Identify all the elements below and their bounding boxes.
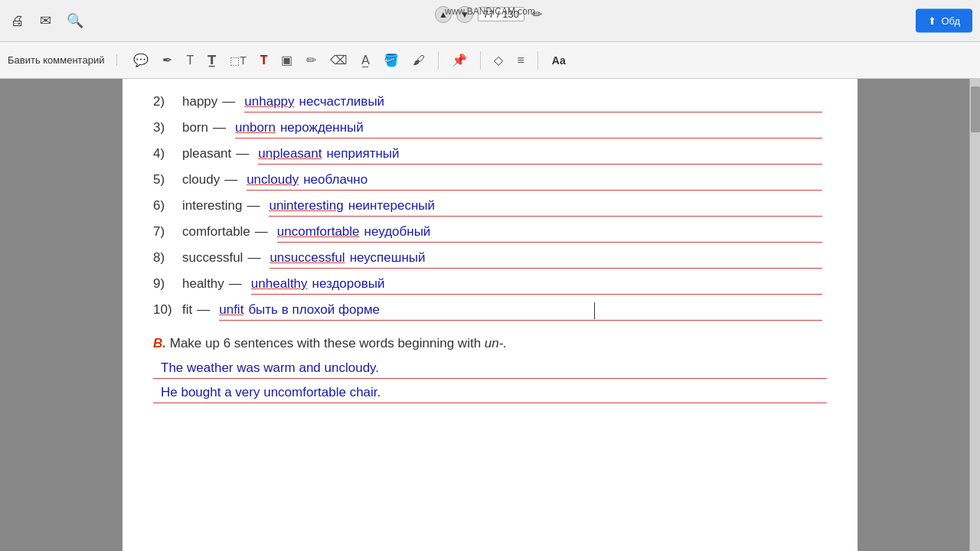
- word-english: cloudy: [182, 172, 220, 187]
- speech-bubble-icon[interactable]: 💬: [129, 50, 152, 70]
- toolbar-separator-3: [537, 51, 538, 70]
- answer-russian: несчастливый: [299, 94, 385, 109]
- answer-text: unsuccessful: [270, 250, 345, 266]
- word-english: interesting: [182, 198, 242, 214]
- top-toolbar: 🖨 ✉ 🔍 www.BANDICAM.com ▲ ▼ 77 / 130 ✏ ⬆ …: [0, 0, 980, 42]
- word-english: born: [182, 120, 208, 135]
- list-item: 5) cloudy — uncloudy необлачно: [153, 172, 827, 191]
- text-icon[interactable]: T: [182, 51, 198, 70]
- paint-icon[interactable]: 🖌: [409, 51, 429, 70]
- answer-area[interactable]: unfit быть в плохой форме: [219, 302, 822, 321]
- dash: —: [255, 224, 268, 240]
- list-item: 7) comfortable — uncomfortable неудобный: [153, 224, 827, 243]
- dash: —: [197, 302, 210, 318]
- list-item: 9) healthy — unhealthy нездоровый: [153, 276, 827, 295]
- answer-text: uncloudy: [247, 172, 299, 187]
- scrollbar-thumb[interactable]: [971, 86, 980, 132]
- bandicam-watermark: www.BANDICAM.com: [445, 6, 535, 17]
- answer-text: unhappy: [244, 94, 294, 109]
- answer-text: uncomfortable: [277, 224, 360, 240]
- dash: —: [213, 120, 226, 135]
- pin-icon[interactable]: 📌: [448, 50, 471, 70]
- item-number: 10): [153, 302, 182, 318]
- sentence-line-1: The weather was warm and uncloudy.: [153, 360, 827, 379]
- answer-russian: нерожденный: [280, 120, 364, 135]
- section-b-text: Make up 6 sentences with these words beg…: [170, 336, 481, 350]
- answer-russian: быть в плохой форме: [248, 302, 380, 318]
- toolbar-separator: [438, 51, 439, 70]
- toolbar-separator-2: [480, 51, 481, 70]
- answer-russian: неудобный: [364, 224, 431, 240]
- item-number: 4): [153, 146, 182, 161]
- answer-area: unborn нерожденный: [235, 120, 822, 139]
- lines-icon[interactable]: ≡: [513, 51, 528, 70]
- item-number: 6): [153, 198, 182, 214]
- mail-icon[interactable]: ✉: [37, 9, 54, 32]
- word-english: happy: [182, 94, 217, 109]
- section-b-instruction: B. Make up 6 sentences with these words …: [153, 336, 827, 351]
- answer-russian: необлачно: [303, 172, 368, 187]
- pencil-icon[interactable]: ✏: [302, 50, 320, 70]
- word-english: comfortable: [182, 224, 250, 240]
- word-english: fit: [182, 302, 192, 318]
- right-gutter: [858, 79, 980, 551]
- top-bar-right: ⬆ Обд: [916, 9, 972, 33]
- item-number: 8): [153, 250, 182, 266]
- color-fill-icon[interactable]: 🪣: [380, 50, 403, 70]
- dash: —: [236, 146, 249, 161]
- frame-icon[interactable]: ▣: [277, 50, 296, 70]
- print-icon[interactable]: 🖨: [8, 10, 28, 32]
- document-page: 2) happy — unhappy несчастливый 3) born …: [122, 79, 858, 551]
- word-english: pleasant: [182, 146, 231, 161]
- item-number: 2): [153, 94, 182, 109]
- word-english: healthy: [182, 276, 224, 292]
- left-gutter: [0, 79, 122, 551]
- answer-text: unpleasant: [258, 146, 322, 161]
- answer-text: unhealthy: [251, 276, 308, 292]
- list-item: 10) fit — unfit быть в плохой форме: [153, 302, 827, 321]
- answer-area: uncomfortable неудобный: [277, 224, 822, 243]
- font-button[interactable]: Aa: [547, 53, 570, 68]
- eraser-icon[interactable]: ⌫: [326, 50, 351, 70]
- answer-area: uncloudy необлачно: [247, 172, 822, 191]
- vocabulary-list: 2) happy — unhappy несчастливый 3) born …: [153, 94, 827, 321]
- word-english: successful: [182, 250, 243, 266]
- answer-area: unsuccessful неуспешный: [270, 250, 822, 269]
- answer-text: uninteresting: [269, 198, 343, 214]
- text-style-icon[interactable]: T̲: [204, 50, 220, 70]
- answer-text: unfit: [219, 302, 243, 318]
- answer-area: uninteresting неинтересный: [269, 198, 822, 217]
- answer-area: unpleasant неприятный: [258, 146, 822, 165]
- section-b: B. Make up 6 sentences with these words …: [153, 336, 827, 351]
- sentence-line-2: He bought a very uncomfortable chair.: [153, 385, 827, 403]
- pen-icon[interactable]: ✒: [158, 50, 176, 70]
- answer-area: unhappy несчастливый: [244, 94, 822, 112]
- answer-russian: неинтересный: [348, 198, 435, 214]
- share-label: Обд: [941, 15, 960, 27]
- text-cursor: [594, 302, 595, 319]
- annotation-toolbar: Бавить комментарий 💬 ✒ T T̲ ⬚T T ▣ ✏ ⌫ A…: [0, 42, 980, 79]
- section-b-prefix: un-.: [485, 336, 507, 350]
- search-icon[interactable]: 🔍: [64, 9, 87, 32]
- text-box-icon[interactable]: ⬚T: [226, 51, 250, 70]
- share-button[interactable]: ⬆ Обд: [916, 9, 972, 33]
- main-content-area: 2) happy — unhappy несчастливый 3) born …: [0, 79, 980, 551]
- item-number: 5): [153, 172, 182, 187]
- comment-label: Бавить комментарий: [8, 54, 117, 66]
- answer-russian: неприятный: [326, 146, 399, 161]
- list-item: 6) interesting — uninteresting неинтерес…: [153, 198, 827, 217]
- dash: —: [247, 250, 260, 266]
- answer-russian: нездоровый: [312, 276, 385, 292]
- list-item: 4) pleasant — unpleasant неприятный: [153, 146, 827, 165]
- item-number: 9): [153, 276, 182, 292]
- bold-text-icon[interactable]: T: [256, 51, 272, 70]
- clear-icon[interactable]: ◇: [490, 50, 507, 70]
- dash: —: [247, 198, 260, 214]
- highlight-icon[interactable]: A̲: [358, 50, 374, 70]
- answer-russian: неуспешный: [350, 250, 426, 266]
- section-b-letter: B.: [153, 336, 166, 350]
- list-item: 2) happy — unhappy несчастливый: [153, 94, 827, 112]
- sentence-text-2: He bought a very uncomfortable chair.: [153, 385, 381, 400]
- answer-text: unborn: [235, 120, 276, 135]
- scrollbar-track[interactable]: [969, 79, 980, 551]
